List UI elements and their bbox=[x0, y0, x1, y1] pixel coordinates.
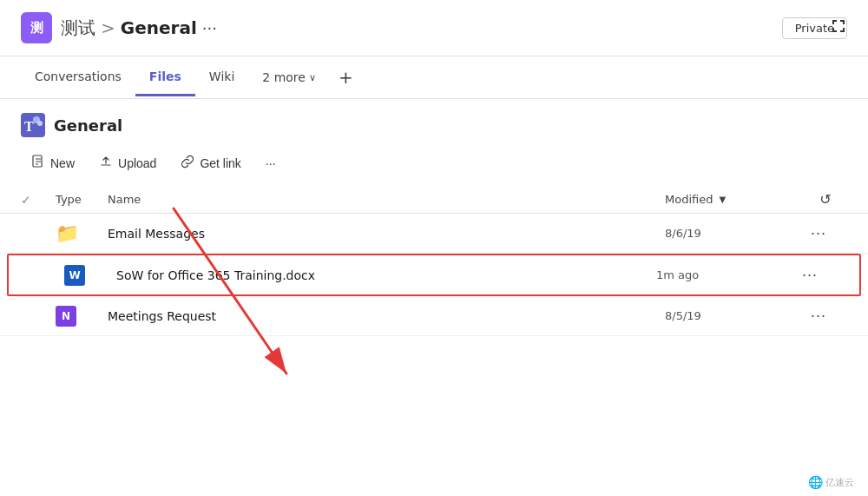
upload-button[interactable]: Upload bbox=[89, 149, 167, 177]
new-button[interactable]: New bbox=[21, 149, 85, 177]
table-row[interactable]: W SoW for Office 365 Training.docx 1m ag… bbox=[7, 254, 861, 296]
watermark: 🌐 亿速云 bbox=[808, 475, 854, 489]
team-avatar: 测 bbox=[21, 12, 52, 43]
table-row[interactable]: 📁 Email Messages 8/6/19 ··· bbox=[0, 214, 868, 254]
tab-wiki[interactable]: Wiki bbox=[195, 59, 248, 96]
row-more-cell: ··· bbox=[804, 222, 847, 244]
col-modified[interactable]: Modified ▼ bbox=[665, 191, 804, 208]
table-row[interactable]: N Meetings Request 8/5/19 ··· bbox=[0, 296, 868, 336]
file-modified: 8/6/19 bbox=[665, 227, 804, 240]
file-name: Meetings Request bbox=[108, 309, 665, 323]
tab-conversations[interactable]: Conversations bbox=[21, 59, 135, 96]
file-name: SoW for Office 365 Training.docx bbox=[116, 268, 656, 282]
svg-point-3 bbox=[37, 121, 43, 126]
upload-icon bbox=[99, 155, 113, 172]
check-icon: ✓ bbox=[21, 193, 31, 207]
svg-text:T: T bbox=[24, 119, 34, 134]
sort-arrow-icon: ▼ bbox=[719, 195, 726, 204]
files-title: General bbox=[54, 116, 122, 135]
new-label: New bbox=[50, 156, 75, 170]
expand-button[interactable] bbox=[830, 17, 847, 38]
onenote-icon: N bbox=[56, 306, 76, 327]
team-name: 测试 bbox=[61, 17, 95, 40]
channel-name: General bbox=[121, 17, 197, 38]
breadcrumb-separator: > bbox=[101, 17, 115, 38]
file-name: Email Messages bbox=[108, 227, 665, 241]
folder-icon: 📁 bbox=[56, 222, 79, 244]
col-type: Type bbox=[56, 191, 108, 208]
new-icon bbox=[31, 155, 45, 172]
file-modified: 1m ago bbox=[656, 268, 795, 281]
file-type-icon: W bbox=[64, 265, 116, 286]
add-tab-button[interactable]: + bbox=[330, 56, 362, 98]
get-link-label: Get link bbox=[200, 156, 240, 170]
link-icon bbox=[181, 155, 194, 172]
toolbar-more-icon: ··· bbox=[266, 156, 276, 170]
header: 测 测试 > General ··· Private bbox=[0, 0, 868, 56]
row-more-button[interactable]: ··· bbox=[795, 264, 825, 286]
row-more-cell: ··· bbox=[804, 305, 847, 327]
file-type-icon: 📁 bbox=[56, 222, 108, 244]
get-link-button[interactable]: Get link bbox=[170, 149, 251, 177]
files-header: T General bbox=[0, 99, 868, 144]
row-more-button[interactable]: ··· bbox=[804, 305, 833, 327]
file-modified: 8/5/19 bbox=[665, 309, 804, 322]
toolbar: New Upload Get link ··· bbox=[0, 144, 868, 186]
content-area: T General New Upload bbox=[0, 99, 868, 496]
row-more-cell: ··· bbox=[795, 264, 838, 286]
col-name: Name bbox=[108, 191, 665, 208]
nav-tabs: Conversations Files Wiki 2 more ∨ + bbox=[0, 56, 868, 99]
file-type-icon: N bbox=[56, 306, 108, 327]
row-more-button[interactable]: ··· bbox=[804, 222, 833, 244]
teams-icon: T bbox=[21, 113, 45, 137]
upload-label: Upload bbox=[118, 156, 156, 170]
tab-more[interactable]: 2 more ∨ bbox=[248, 60, 330, 95]
col-check: ✓ bbox=[21, 191, 56, 208]
channel-ellipsis[interactable]: ··· bbox=[202, 19, 217, 37]
header-title: 测试 > General ··· bbox=[61, 17, 217, 40]
toolbar-more-button[interactable]: ··· bbox=[255, 151, 286, 175]
files-table: ✓ Type Name Modified ▼ ↺ bbox=[0, 186, 868, 496]
refresh-icon: ↺ bbox=[819, 191, 831, 208]
word-icon: W bbox=[64, 265, 85, 286]
chevron-down-icon: ∨ bbox=[309, 72, 316, 83]
table-header: ✓ Type Name Modified ▼ ↺ bbox=[0, 186, 868, 214]
col-refresh[interactable]: ↺ bbox=[804, 191, 847, 208]
tab-files[interactable]: Files bbox=[135, 59, 195, 96]
app-container: 测 测试 > General ··· Private Conversations… bbox=[0, 0, 868, 496]
